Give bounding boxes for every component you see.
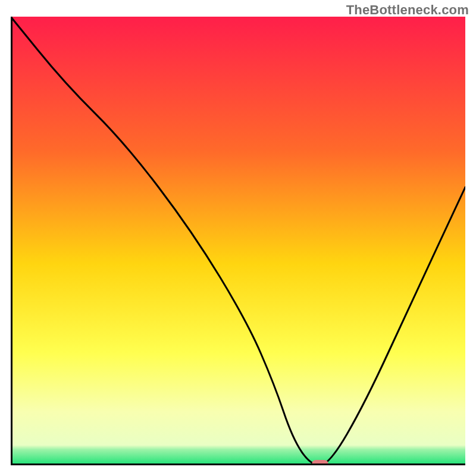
y-axis <box>11 17 12 465</box>
x-axis <box>11 464 465 465</box>
watermark-text: TheBottleneck.com <box>346 2 469 18</box>
plot-area <box>11 17 465 465</box>
bottleneck-curve <box>11 17 465 465</box>
chart-container: TheBottleneck.com <box>0 0 476 476</box>
